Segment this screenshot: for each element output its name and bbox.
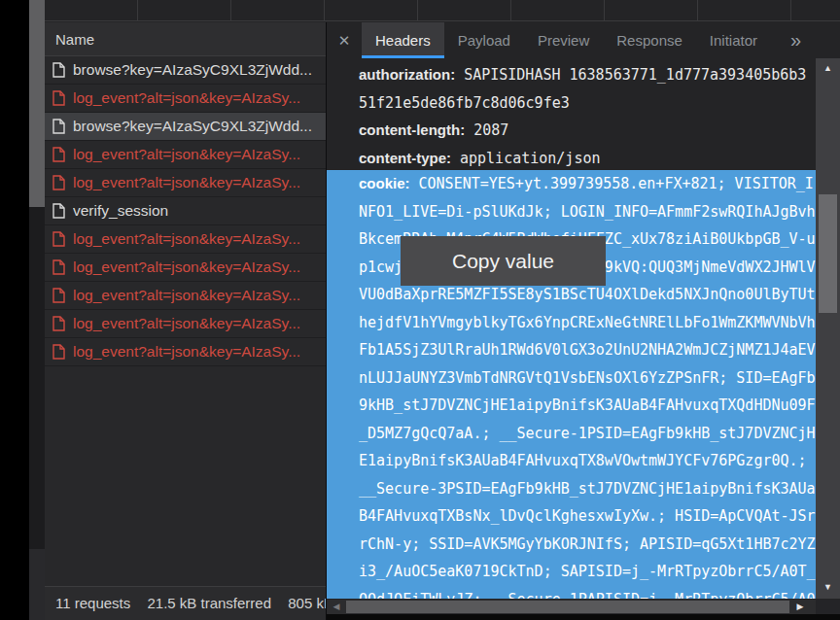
document-icon bbox=[52, 344, 65, 360]
request-row[interactable]: browse?key=AIzaSyC9XL3ZjWdd... bbox=[45, 56, 326, 85]
request-name: browse?key=AIzaSyC9XL3ZjWdd... bbox=[73, 118, 312, 135]
document-icon bbox=[52, 175, 65, 190]
more-tabs-chevron-icon[interactable]: » bbox=[790, 22, 801, 58]
header-value: _D5MZ7gQcQ7aA.; __Secure-1PSID=EAgFb9kHB… bbox=[359, 425, 816, 442]
header-value: 2087 bbox=[473, 121, 508, 139]
scroll-left-icon[interactable]: ◀ bbox=[330, 600, 343, 614]
request-name: log_event?alt=json&key=AIzaSy... bbox=[73, 343, 300, 361]
document-icon bbox=[52, 147, 65, 162]
details-tab-bar: ✕ HeadersPayloadPreviewResponseInitiator… bbox=[327, 22, 840, 58]
cookie-line: hejdfV1hYVmgyblkyTGx6YnpCRExNeGtNRElLbFo… bbox=[327, 309, 817, 337]
cookie-line: QOdJQEiTWLvJZ; __Secure-1PAPISID=j_-MrRT… bbox=[327, 586, 817, 600]
cookie-line: i3_/AuOC5eaK0719CkTnD; SAPISID=j_-MrRTpy… bbox=[327, 558, 817, 586]
request-row[interactable]: log_event?alt=json&key=AIzaSy... bbox=[45, 282, 326, 310]
document-icon bbox=[52, 203, 65, 219]
document-icon bbox=[52, 316, 65, 331]
request-row[interactable]: verify_session bbox=[45, 197, 326, 225]
cookie-selection[interactable]: cookie:CONSENT=YES+yt.399739558.en+FX+82… bbox=[327, 170, 817, 599]
document-icon bbox=[52, 259, 65, 275]
tab[interactable]: Initiator bbox=[696, 22, 771, 58]
request-name: log_event?alt=json&key=AIzaSy... bbox=[73, 89, 300, 107]
cookie-line: Fb1A5SjZ3UlRraUh1RWd6V0lGX3o2UnU2NHA2WmJ… bbox=[327, 336, 817, 364]
network-overview-bar[interactable] bbox=[45, 0, 840, 21]
header-name: content-length: bbox=[359, 121, 465, 138]
request-row[interactable]: log_event?alt=json&key=AIzaSy... bbox=[45, 169, 326, 197]
request-details-panel: ✕ HeadersPayloadPreviewResponseInitiator… bbox=[327, 22, 840, 620]
cookie-line: 9kHB_stJ7DVZNCjHE1aipyBnifsK3AUaB4FAHvux… bbox=[327, 392, 817, 420]
header-line: 51f21e5de86fb7c8d06c9fe3 bbox=[327, 89, 817, 118]
bottom-edge bbox=[327, 614, 840, 620]
request-count: 11 requests bbox=[55, 595, 130, 611]
page-scrollbar[interactable] bbox=[29, 0, 45, 620]
tab[interactable]: Headers bbox=[362, 22, 444, 58]
cookie-line: E1aipyBnifsK3AUaB4FAHvuxqTX8wVOwtmWJYCFv… bbox=[327, 447, 817, 475]
request-name: log_event?alt=json&key=AIzaSy... bbox=[73, 258, 300, 276]
page-scrollbar-thumb[interactable] bbox=[29, 0, 45, 207]
header-value: CONSENT=YES+yt.399739558.en+FX+821; VISI… bbox=[419, 175, 814, 192]
header-value: SAPISIDHASH 1638563771_1d777a393405b6b3 bbox=[464, 66, 806, 84]
header-name: authorization: bbox=[359, 66, 455, 83]
header-value: rChN-y; SSID=AVK5MGyYbKORJNIfS; APISID=q… bbox=[359, 535, 816, 553]
cookie-line: nLUJJaUNYZ3VmbTdNRGVtQ1VsbENsOXl6YzZPSnF… bbox=[327, 364, 817, 393]
document-icon bbox=[52, 288, 65, 303]
request-row[interactable]: browse?key=AIzaSyC9XL3ZjWdd... bbox=[45, 113, 326, 141]
vertical-scrollbar-thumb[interactable] bbox=[819, 194, 837, 313]
transferred-size: 21.5 kB transferred bbox=[147, 595, 271, 611]
request-name: verify_session bbox=[73, 202, 168, 220]
header-name: cookie: bbox=[359, 175, 410, 191]
request-row[interactable]: log_event?alt=json&key=AIzaSy... bbox=[45, 310, 326, 338]
resources-size: 805 kB bbox=[288, 595, 326, 611]
request-row[interactable]: log_event?alt=json&key=AIzaSy... bbox=[45, 338, 326, 366]
header-lines: authorization:SAPISIDHASH 1638563771_1d7… bbox=[327, 58, 817, 172]
scroll-down-icon[interactable]: ▼ bbox=[816, 579, 840, 595]
name-column-header[interactable]: Name bbox=[45, 22, 326, 56]
details-horizontal-scrollbar[interactable]: ◀ ▶ bbox=[327, 600, 817, 614]
tab[interactable]: Preview bbox=[524, 22, 603, 58]
cookie-line: rChN-y; SSID=AVK5MGyYbKORJNIfS; APISID=q… bbox=[327, 531, 817, 559]
request-row[interactable]: log_event?alt=json&key=AIzaSy... bbox=[45, 254, 326, 282]
header-value: i3_/AuOC5eaK0719CkTnD; SAPISID=j_-MrRTpy… bbox=[359, 563, 816, 580]
header-value: NFO1_LIVE=Di-pSlUKdJk; LOGIN_INFO=AFmmF2… bbox=[359, 203, 816, 221]
headers-content: authorization:SAPISIDHASH 1638563771_1d7… bbox=[327, 58, 817, 599]
request-row[interactable]: log_event?alt=json&key=AIzaSy... bbox=[45, 85, 326, 113]
request-list-panel: Name browse?key=AIzaSyC9XL3ZjWdd... bbox=[45, 22, 327, 620]
header-value: 9kHB_stJ7DVZNCjHE1aipyBnifsK3AUaB4FAHvux… bbox=[359, 396, 816, 414]
header-value: application/json bbox=[460, 150, 601, 167]
header-value: nLUJJaUNYZ3VmbTdNRGVtQ1VsbENsOXl6YzZPSnF… bbox=[359, 369, 816, 387]
header-value: QOdJQEiTWLvJZ; __Secure-1PAPISID=j_-MrRT… bbox=[359, 591, 816, 600]
document-icon bbox=[52, 231, 65, 247]
details-vertical-scrollbar[interactable]: ▲ ▼ bbox=[816, 58, 840, 599]
tab[interactable]: Payload bbox=[444, 22, 524, 58]
devtools-screenshot: Name browse?key=AIzaSyC9XL3ZjWdd... bbox=[0, 0, 840, 620]
request-list: browse?key=AIzaSyC9XL3ZjWdd... log_event… bbox=[45, 56, 326, 366]
cookie-line: _D5MZ7gQcQ7aA.; __Secure-1PSID=EAgFb9kHB… bbox=[327, 420, 817, 448]
header-value: __Secure-3PSID=EAgFb9kHB_stJ7DVZNCjHE1ai… bbox=[359, 480, 816, 498]
header-value: E1aipyBnifsK3AUaB4FAHvuxqTX8wVOwtmWJYCFv… bbox=[359, 452, 807, 469]
document-icon bbox=[52, 119, 65, 134]
details-tabs: HeadersPayloadPreviewResponseInitiator bbox=[362, 22, 771, 58]
header-name: content-type: bbox=[359, 150, 451, 166]
request-name: log_event?alt=json&key=AIzaSy... bbox=[73, 174, 300, 191]
request-name: browse?key=AIzaSyC9XL3ZjWdd... bbox=[73, 61, 312, 79]
copy-value-button[interactable]: Copy value bbox=[401, 236, 606, 286]
scroll-up-icon[interactable]: ▲ bbox=[816, 60, 840, 76]
page-scrollbar-bottom bbox=[29, 549, 45, 620]
request-row[interactable]: log_event?alt=json&key=AIzaSy... bbox=[45, 225, 326, 254]
scroll-right-icon[interactable]: ▶ bbox=[793, 600, 807, 614]
horizontal-scrollbar-thumb[interactable] bbox=[346, 601, 789, 613]
document-icon bbox=[52, 90, 65, 106]
cookie-line: NFO1_LIVE=Di-pSlUKdJk; LOGIN_INFO=AFmmF2… bbox=[327, 198, 817, 226]
network-status-bar: 11 requests 21.5 kB transferred 805 kB bbox=[45, 586, 326, 620]
document-icon bbox=[52, 62, 65, 78]
header-line: content-length:2087 bbox=[327, 117, 817, 145]
cookie-line: B4FAHvuxqTXBsNx_lDvQclKghesxwIyXw.; HSID… bbox=[327, 502, 817, 531]
request-name: log_event?alt=json&key=AIzaSy... bbox=[73, 230, 300, 248]
header-line: content-type:application/json bbox=[327, 145, 817, 173]
header-value: B4FAHvuxqTXBsNx_lDvQclKghesxwIyXw.; HSID… bbox=[359, 507, 816, 525]
header-value: VU0dBaXprRE5MZFI5SE8yS1BScTU4OXlDekd5NXJ… bbox=[359, 286, 816, 303]
request-row[interactable]: log_event?alt=json&key=AIzaSy... bbox=[45, 141, 326, 169]
close-icon[interactable]: ✕ bbox=[327, 32, 362, 50]
header-value: hejdfV1hYVmgyblkyTGx6YnpCRExNeGtNRElLbFo… bbox=[359, 314, 816, 331]
request-name: log_event?alt=json&key=AIzaSy... bbox=[73, 315, 300, 332]
tab[interactable]: Response bbox=[603, 22, 696, 58]
